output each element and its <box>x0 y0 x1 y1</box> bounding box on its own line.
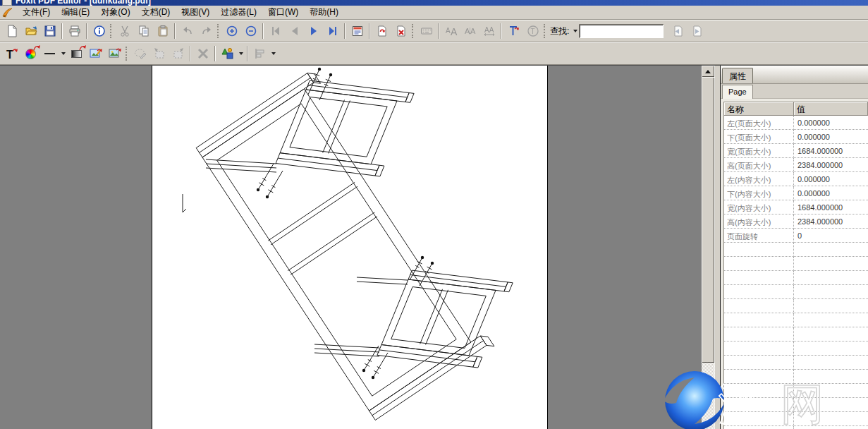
tab-page[interactable]: Page <box>722 85 753 99</box>
last-page-button[interactable] <box>323 22 342 40</box>
copy-button[interactable] <box>134 22 153 40</box>
property-row: 下(内容大小)0.000000 <box>724 186 868 200</box>
document-info-button[interactable] <box>90 22 109 40</box>
insert-shapes-button[interactable] <box>218 44 237 63</box>
transform-forward-button[interactable] <box>169 44 188 63</box>
delete-page-button[interactable] <box>391 22 410 40</box>
zoom-out-button[interactable] <box>241 22 260 40</box>
add-color-object-button[interactable] <box>21 44 40 63</box>
vertical-scrollbar[interactable] <box>702 66 714 429</box>
text-circle-button[interactable]: T <box>523 22 542 40</box>
font-spacing-icon: AA <box>483 25 496 37</box>
transform-back-button[interactable] <box>149 44 169 63</box>
add-shading-button[interactable] <box>67 44 86 63</box>
lasso-select-button[interactable] <box>130 44 149 63</box>
menu-view[interactable]: 视图(V) <box>176 5 214 20</box>
paste-icon <box>157 25 169 37</box>
first-page-icon <box>269 25 282 37</box>
empty-grid-row <box>724 356 868 370</box>
toolbar-grip[interactable] <box>544 24 546 38</box>
align-button[interactable] <box>250 44 269 63</box>
delete-object-button[interactable] <box>193 44 212 63</box>
menu-document[interactable]: 文档(D) <box>137 5 176 20</box>
menu-window[interactable]: 窗口(W) <box>263 5 303 20</box>
cut-button[interactable] <box>115 22 134 40</box>
property-name: 页面旋转 <box>724 229 794 243</box>
copy-icon <box>137 25 150 37</box>
keyboard-button[interactable] <box>417 22 436 40</box>
edit-image-button[interactable] <box>86 44 105 63</box>
add-text-button[interactable]: T <box>2 44 21 63</box>
property-name: 宽(内容大小) <box>724 200 794 214</box>
line-style-dropdown[interactable] <box>59 44 67 63</box>
separator <box>344 23 346 39</box>
pdf-page-canvas[interactable] <box>152 66 548 429</box>
empty-grid-row <box>724 285 868 299</box>
previous-page-button[interactable] <box>285 22 304 40</box>
line-style-button[interactable] <box>40 44 59 63</box>
scroll-up-button[interactable] <box>702 66 714 77</box>
rotate-page-button[interactable] <box>372 22 391 40</box>
svg-text:A: A <box>465 27 470 35</box>
tab-properties[interactable]: 属性 <box>722 68 753 83</box>
new-document-button[interactable] <box>2 22 21 40</box>
menu-help[interactable]: 帮助(H) <box>305 5 343 20</box>
property-value[interactable]: 0.000000 <box>794 130 868 144</box>
edit-image-icon <box>89 47 103 61</box>
add-text-icon: T <box>5 47 19 61</box>
print-button[interactable] <box>65 22 84 40</box>
insert-text-button[interactable] <box>504 22 523 40</box>
toolbar-grip[interactable] <box>110 24 112 38</box>
property-row: 页面旋转0 <box>724 229 868 243</box>
scrollbar-thumb[interactable] <box>702 77 714 363</box>
font-replace-icon: AA <box>445 25 458 37</box>
menu-edit[interactable]: 编辑(E) <box>56 5 94 20</box>
insert-shapes-dropdown[interactable] <box>237 44 245 63</box>
toolbar-main: AA AA AA T 查找: <box>0 20 868 42</box>
property-row: 左(页面大小)0.000000 <box>724 116 868 130</box>
save-button[interactable] <box>40 22 59 40</box>
empty-grid-row <box>724 370 868 384</box>
next-page-button[interactable] <box>304 22 323 40</box>
redo-button[interactable] <box>197 22 216 40</box>
find-next-button[interactable] <box>687 22 706 40</box>
property-value[interactable]: 2384.000000 <box>794 214 868 229</box>
document-workspace: 属性 Page 名称 值 左(页面大小)0.000000下(页面大小)0.000… <box>0 65 868 429</box>
property-value[interactable]: 2384.000000 <box>794 158 868 172</box>
font-spacing-button[interactable]: AA <box>479 22 499 40</box>
toolbar-grip[interactable] <box>412 24 414 38</box>
menu-object[interactable]: 对象(O) <box>96 5 135 20</box>
find-input[interactable] <box>579 24 664 38</box>
property-value[interactable]: 0 <box>794 229 868 243</box>
page-layout-button[interactable] <box>348 22 367 40</box>
application-window: Foxit PDF Editor - [dunkuang.pdf] 文件(F) … <box>0 0 868 429</box>
property-value[interactable]: 1684.000000 <box>794 200 868 214</box>
rotate-page-icon <box>376 25 389 37</box>
info-icon <box>93 25 106 37</box>
property-value[interactable]: 0.000000 <box>794 172 868 186</box>
font-pair-button[interactable]: AA <box>460 22 479 40</box>
property-value[interactable]: 0.000000 <box>794 186 868 200</box>
empty-grid-row <box>724 243 868 257</box>
paste-button[interactable] <box>153 22 172 40</box>
font-replace-button[interactable]: AA <box>441 22 460 40</box>
property-row: 宽(内容大小)1684.000000 <box>724 200 868 214</box>
zoom-in-button[interactable] <box>222 22 241 40</box>
find-options-dropdown[interactable] <box>571 22 579 40</box>
open-file-button[interactable] <box>21 22 40 40</box>
add-image-button[interactable] <box>105 44 124 63</box>
find-previous-button[interactable] <box>668 22 687 40</box>
property-value[interactable]: 1684.000000 <box>794 144 868 158</box>
toolbar-grip[interactable] <box>217 24 219 38</box>
property-value[interactable]: 0.000000 <box>794 116 868 130</box>
find-previous-icon <box>671 25 684 37</box>
undo-button[interactable] <box>178 22 197 40</box>
first-page-button[interactable] <box>266 22 285 40</box>
empty-grid-row <box>724 271 868 285</box>
column-header-value: 值 <box>794 102 868 116</box>
panel-splitter[interactable] <box>714 66 721 429</box>
toolbar-grip[interactable] <box>126 47 128 61</box>
menu-file[interactable]: 文件(F) <box>18 5 55 20</box>
align-dropdown[interactable] <box>269 44 277 63</box>
menu-filter[interactable]: 过滤器(L) <box>216 5 262 20</box>
